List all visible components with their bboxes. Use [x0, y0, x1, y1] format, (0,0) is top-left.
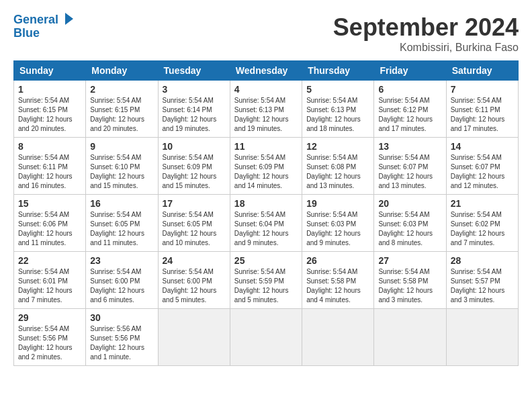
calendar-cell: 4Sunrise: 5:54 AMSunset: 6:13 PMDaylight… [230, 81, 302, 138]
day-number: 24 [163, 255, 226, 266]
day-info: Sunrise: 5:54 AMSunset: 5:56 PMDaylight:… [18, 324, 81, 362]
day-info: Sunrise: 5:54 AMSunset: 6:12 PMDaylight:… [378, 96, 441, 134]
calendar-cell: 23Sunrise: 5:54 AMSunset: 6:00 PMDayligh… [86, 252, 158, 309]
svg-marker-0 [65, 13, 73, 25]
calendar-cell: 30Sunrise: 5:56 AMSunset: 5:56 PMDayligh… [86, 309, 158, 366]
calendar-cell: 19Sunrise: 5:54 AMSunset: 6:03 PMDayligh… [302, 195, 374, 252]
day-info: Sunrise: 5:54 AMSunset: 5:57 PMDaylight:… [451, 267, 514, 305]
day-number: 14 [451, 141, 514, 152]
day-number: 10 [163, 141, 226, 152]
calendar-cell: 6Sunrise: 5:54 AMSunset: 6:12 PMDaylight… [374, 81, 446, 138]
day-info: Sunrise: 5:54 AMSunset: 6:09 PMDaylight:… [234, 153, 298, 191]
day-info: Sunrise: 5:56 AMSunset: 5:56 PMDaylight:… [90, 324, 153, 362]
day-number: 28 [451, 255, 514, 266]
calendar-cell: 17Sunrise: 5:54 AMSunset: 6:05 PMDayligh… [158, 195, 230, 252]
calendar-cell: 20Sunrise: 5:54 AMSunset: 6:03 PMDayligh… [374, 195, 446, 252]
day-info: Sunrise: 5:54 AMSunset: 6:07 PMDaylight:… [378, 153, 441, 191]
calendar-cell [302, 309, 374, 366]
day-number: 19 [306, 198, 369, 209]
day-info: Sunrise: 5:54 AMSunset: 6:00 PMDaylight:… [163, 267, 226, 305]
logo-icon [60, 11, 75, 26]
week-row-1: 1Sunrise: 5:54 AMSunset: 6:15 PMDaylight… [14, 81, 519, 138]
day-info: Sunrise: 5:54 AMSunset: 5:58 PMDaylight:… [306, 267, 369, 305]
day-info: Sunrise: 5:54 AMSunset: 6:11 PMDaylight:… [18, 153, 81, 191]
day-number: 22 [18, 255, 81, 266]
day-info: Sunrise: 5:54 AMSunset: 6:15 PMDaylight:… [90, 96, 153, 134]
calendar-cell: 5Sunrise: 5:54 AMSunset: 6:13 PMDaylight… [302, 81, 374, 138]
week-row-5: 29Sunrise: 5:54 AMSunset: 5:56 PMDayligh… [14, 309, 519, 366]
day-info: Sunrise: 5:54 AMSunset: 6:00 PMDaylight:… [90, 267, 153, 305]
page-header: General Blue September 2024 Kombissiri, … [13, 13, 519, 54]
day-number: 30 [90, 312, 153, 323]
day-info: Sunrise: 5:54 AMSunset: 6:06 PMDaylight:… [18, 210, 81, 248]
day-number: 6 [378, 84, 441, 95]
day-number: 21 [451, 198, 514, 209]
week-row-3: 15Sunrise: 5:54 AMSunset: 6:06 PMDayligh… [14, 195, 519, 252]
day-number: 15 [18, 198, 81, 209]
calendar-cell: 24Sunrise: 5:54 AMSunset: 6:00 PMDayligh… [158, 252, 230, 309]
day-info: Sunrise: 5:54 AMSunset: 6:09 PMDaylight:… [163, 153, 226, 191]
day-number: 8 [18, 141, 81, 152]
header-monday: Monday [86, 61, 158, 81]
day-info: Sunrise: 5:54 AMSunset: 6:05 PMDaylight:… [163, 210, 226, 248]
header-saturday: Saturday [446, 61, 518, 81]
day-info: Sunrise: 5:54 AMSunset: 6:03 PMDaylight:… [378, 210, 441, 248]
calendar-cell: 8Sunrise: 5:54 AMSunset: 6:11 PMDaylight… [14, 138, 86, 195]
day-info: Sunrise: 5:54 AMSunset: 6:07 PMDaylight:… [451, 153, 514, 191]
calendar-cell: 25Sunrise: 5:54 AMSunset: 5:59 PMDayligh… [230, 252, 302, 309]
day-number: 4 [234, 84, 298, 95]
calendar-cell: 15Sunrise: 5:54 AMSunset: 6:06 PMDayligh… [14, 195, 86, 252]
day-info: Sunrise: 5:54 AMSunset: 6:13 PMDaylight:… [234, 96, 298, 134]
calendar-cell: 11Sunrise: 5:54 AMSunset: 6:09 PMDayligh… [230, 138, 302, 195]
calendar-cell: 13Sunrise: 5:54 AMSunset: 6:07 PMDayligh… [374, 138, 446, 195]
calendar-cell: 16Sunrise: 5:54 AMSunset: 6:05 PMDayligh… [86, 195, 158, 252]
logo-blue-text: Blue [13, 27, 40, 40]
day-number: 26 [306, 255, 369, 266]
day-info: Sunrise: 5:54 AMSunset: 6:08 PMDaylight:… [306, 153, 369, 191]
calendar-cell: 3Sunrise: 5:54 AMSunset: 6:14 PMDaylight… [158, 81, 230, 138]
calendar-cell: 27Sunrise: 5:54 AMSunset: 5:58 PMDayligh… [374, 252, 446, 309]
location: Kombissiri, Burkina Faso [333, 42, 519, 54]
day-number: 11 [234, 141, 298, 152]
calendar-cell: 10Sunrise: 5:54 AMSunset: 6:09 PMDayligh… [158, 138, 230, 195]
month-title: September 2024 [333, 13, 519, 42]
day-number: 16 [90, 198, 153, 209]
calendar-cell: 18Sunrise: 5:54 AMSunset: 6:04 PMDayligh… [230, 195, 302, 252]
calendar-cell: 14Sunrise: 5:54 AMSunset: 6:07 PMDayligh… [446, 138, 518, 195]
day-number: 27 [378, 255, 441, 266]
day-info: Sunrise: 5:54 AMSunset: 6:13 PMDaylight:… [306, 96, 369, 134]
calendar-cell: 22Sunrise: 5:54 AMSunset: 6:01 PMDayligh… [14, 252, 86, 309]
day-info: Sunrise: 5:54 AMSunset: 6:03 PMDaylight:… [306, 210, 369, 248]
day-info: Sunrise: 5:54 AMSunset: 6:14 PMDaylight:… [163, 96, 226, 134]
calendar-table: SundayMondayTuesdayWednesdayThursdayFrid… [13, 60, 519, 366]
calendar-cell [230, 309, 302, 366]
day-number: 12 [306, 141, 369, 152]
header-tuesday: Tuesday [158, 61, 230, 81]
header-sunday: Sunday [14, 61, 86, 81]
day-number: 3 [163, 84, 226, 95]
day-number: 18 [234, 198, 298, 209]
day-number: 5 [306, 84, 369, 95]
calendar-cell: 12Sunrise: 5:54 AMSunset: 6:08 PMDayligh… [302, 138, 374, 195]
day-number: 25 [234, 255, 298, 266]
week-row-2: 8Sunrise: 5:54 AMSunset: 6:11 PMDaylight… [14, 138, 519, 195]
calendar-cell: 28Sunrise: 5:54 AMSunset: 5:57 PMDayligh… [446, 252, 518, 309]
day-number: 2 [90, 84, 153, 95]
header-thursday: Thursday [302, 61, 374, 81]
day-number: 29 [18, 312, 81, 323]
header-friday: Friday [374, 61, 446, 81]
day-info: Sunrise: 5:54 AMSunset: 6:02 PMDaylight:… [451, 210, 514, 248]
calendar-cell: 7Sunrise: 5:54 AMSunset: 6:11 PMDaylight… [446, 81, 518, 138]
calendar-cell [446, 309, 518, 366]
day-info: Sunrise: 5:54 AMSunset: 6:01 PMDaylight:… [18, 267, 81, 305]
calendar-cell [158, 309, 230, 366]
calendar-cell: 21Sunrise: 5:54 AMSunset: 6:02 PMDayligh… [446, 195, 518, 252]
week-row-4: 22Sunrise: 5:54 AMSunset: 6:01 PMDayligh… [14, 252, 519, 309]
calendar-cell: 2Sunrise: 5:54 AMSunset: 6:15 PMDaylight… [86, 81, 158, 138]
day-number: 17 [163, 198, 226, 209]
day-number: 9 [90, 141, 153, 152]
day-number: 13 [378, 141, 441, 152]
calendar-header-row: SundayMondayTuesdayWednesdayThursdayFrid… [14, 61, 519, 81]
calendar-cell: 9Sunrise: 5:54 AMSunset: 6:10 PMDaylight… [86, 138, 158, 195]
title-block: September 2024 Kombissiri, Burkina Faso [333, 13, 519, 54]
